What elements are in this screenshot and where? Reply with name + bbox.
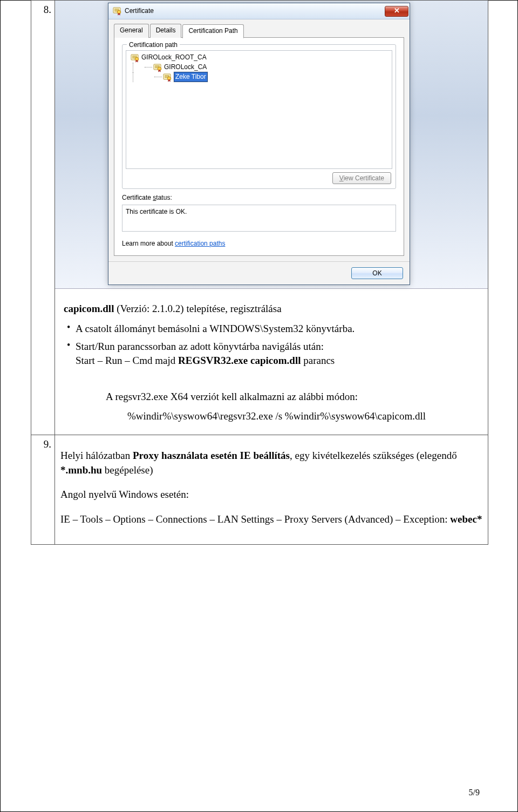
tab-details[interactable]: Details: [150, 24, 182, 38]
certificate-icon: [153, 64, 162, 71]
certificate-status-box: This certificate is OK.: [122, 205, 396, 232]
certificate-icon: [131, 54, 139, 62]
page-number: 5/9: [469, 787, 480, 799]
table-row-8: 8. Certificate ✕: [31, 1, 488, 435]
bullet-register: • Start/Run parancssorban az adott könyv…: [67, 340, 479, 368]
proxy-line1: Helyi hálózatban Proxy használata esetén…: [60, 449, 482, 477]
certification-path-tree[interactable]: GIROLock_ROOT_CA GIROLock_CA: [126, 50, 392, 169]
row-number-9: 9.: [31, 435, 55, 544]
tab-strip: General Details Certification Path: [114, 24, 404, 38]
row-9-content: Helyi hálózatban Proxy használata esetén…: [55, 435, 488, 544]
window-title: Certificate: [125, 6, 385, 16]
bullet-dot-icon: •: [67, 340, 76, 350]
bullet-copy-file: • A csatolt állományt bemásolni a WINDOW…: [67, 322, 479, 336]
titlebar: Certificate ✕: [108, 3, 410, 19]
close-button[interactable]: ✕: [385, 6, 408, 17]
certificate-status-text: This certificate is OK.: [126, 208, 187, 215]
learn-more: Learn more about certification paths: [122, 239, 396, 248]
bullet-dot-icon: •: [67, 322, 76, 333]
row-8-text: capicom.dll (Verzió: 2.1.0.2) telepítése…: [55, 289, 488, 435]
tree-label: GIROLock_CA: [164, 63, 207, 72]
certificate-dialog: Certificate ✕ General Details Certificat…: [108, 3, 410, 285]
certification-path-group: Certification path GIROLock_ROOT_CA: [122, 44, 396, 189]
tree-item-intermediate[interactable]: GIROLock_CA: [128, 63, 390, 72]
close-icon: ✕: [394, 6, 400, 16]
learn-more-link[interactable]: certification paths: [175, 240, 225, 247]
capicom-heading: capicom.dll (Verzió: 2.1.0.2) telepítése…: [64, 302, 479, 316]
dialog-background: Certificate ✕ General Details Certificat…: [55, 1, 488, 289]
tab-panel: Certification path GIROLock_ROOT_CA: [114, 37, 404, 256]
tree-label-selected: Zeke Tibor: [174, 72, 208, 82]
x64-note: A regsvr32.exe X64 verziót kell alkalmaz…: [64, 390, 479, 404]
proxy-line2: Angol nyelvű Windows esetén:: [60, 488, 482, 502]
tab-certification-path[interactable]: Certification Path: [182, 24, 243, 38]
row-number-8: 8.: [31, 1, 55, 435]
tree-label: GIROLock_ROOT_CA: [141, 53, 207, 62]
tree-item-leaf[interactable]: Zeke Tibor: [128, 72, 390, 82]
table-row-9: 9. Helyi hálózatban Proxy használata ese…: [31, 435, 488, 544]
ok-button[interactable]: OK: [351, 267, 403, 279]
certificate-icon: [163, 73, 172, 81]
tree-item-root[interactable]: GIROLock_ROOT_CA: [128, 53, 390, 63]
certificate-icon: [113, 7, 121, 16]
row-8-content: Certificate ✕ General Details Certificat…: [55, 1, 488, 435]
certificate-status-label: Certificate status:: [122, 193, 396, 202]
view-certificate-button: View Certificate: [332, 172, 391, 184]
content-table: 8. Certificate ✕: [31, 0, 488, 545]
proxy-line3: IE – Tools – Options – Connections – LAN…: [60, 512, 482, 527]
dialog-footer: OK: [108, 261, 410, 285]
page: 8. Certificate ✕: [0, 0, 518, 812]
group-label: Certification path: [127, 40, 180, 50]
dialog-body: General Details Certification Path Certi…: [108, 19, 410, 261]
tab-general[interactable]: General: [114, 24, 149, 38]
x64-command: %windir%\syswow64\regsvr32.exe /s %windi…: [64, 409, 479, 424]
